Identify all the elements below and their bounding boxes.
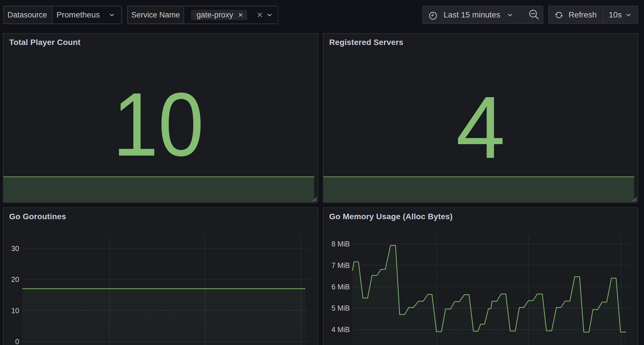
service-name-picker: Service Name gate-proxy [127, 6, 278, 24]
service-tag-text: gate-proxy [197, 11, 233, 19]
panel-registered-servers: Registered Servers 4 [323, 33, 638, 203]
refresh-icon [555, 11, 563, 19]
chart-svg [323, 208, 638, 345]
chevron-down-icon [507, 11, 514, 18]
refresh-interval-text: 10s [609, 10, 622, 19]
clear-selection-icon[interactable] [256, 11, 264, 19]
clock-icon [429, 11, 437, 20]
zoom-out-icon [528, 9, 539, 21]
panel-title: Registered Servers [329, 38, 403, 46]
time-range-button[interactable]: Last 15 minutes [423, 6, 523, 23]
chevron-down-icon[interactable] [266, 11, 273, 18]
panel-go-goroutines: Go Goroutines 3020100 [3, 207, 318, 345]
stat-sparkline [323, 177, 634, 202]
refresh-group: Refresh 10s [548, 6, 638, 24]
goroutines-chart: 3020100 [3, 208, 318, 345]
panel-total-player-count: Total Player Count 10 [3, 33, 318, 203]
time-picker-group: Last 15 minutes [422, 6, 543, 24]
time-range-text: Last 15 minutes [444, 10, 500, 19]
series-area-fill [22, 289, 305, 345]
refresh-interval-button[interactable]: 10s [604, 6, 638, 23]
tag-remove-icon[interactable] [237, 12, 244, 18]
memory-chart: 8 MiB7 MiB6 MiB5 MiB4 MiB [323, 208, 638, 345]
chevron-down-icon [108, 11, 115, 18]
datasource-picker: Datasource Prometheus [3, 6, 122, 24]
datasource-value: Prometheus [56, 10, 100, 19]
chart-svg [3, 208, 318, 345]
panel-resize-handle[interactable] [310, 195, 317, 202]
panel-go-memory: Go Memory Usage (Alloc Bytes) 8 MiB7 MiB… [323, 207, 638, 345]
service-tag[interactable]: gate-proxy [191, 10, 247, 20]
panel-title: Total Player Count [9, 38, 81, 46]
service-name-label: Service Name [128, 6, 184, 23]
service-name-select[interactable]: gate-proxy [184, 6, 278, 23]
refresh-text: Refresh [569, 10, 597, 19]
datasource-label: Datasource [4, 6, 52, 23]
panel-resize-handle[interactable] [630, 195, 637, 202]
stat-sparkline [3, 177, 314, 202]
chevron-down-icon [625, 11, 632, 18]
datasource-select[interactable]: Prometheus [52, 6, 121, 23]
refresh-button[interactable]: Refresh [549, 6, 603, 23]
stat-value: 4 [323, 83, 638, 171]
stat-value: 10 [16, 79, 301, 170]
series-area-fill [352, 245, 626, 345]
zoom-out-button[interactable] [524, 6, 543, 23]
